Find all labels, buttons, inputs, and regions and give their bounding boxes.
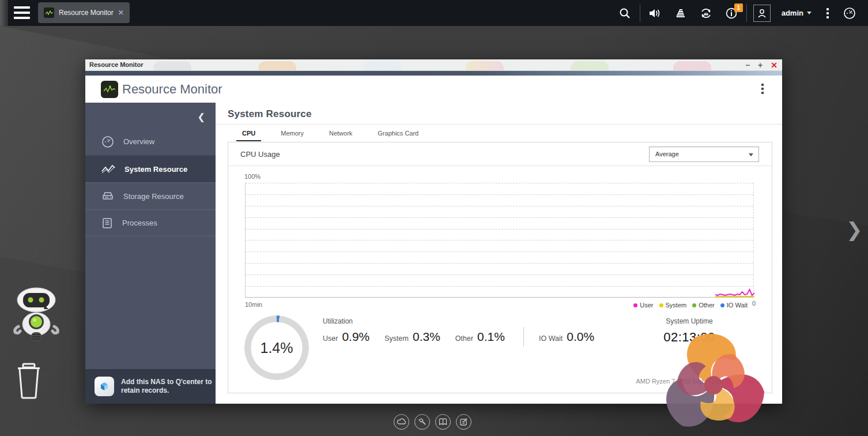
admin-label: admin — [782, 9, 803, 17]
notification-badge: 1 — [734, 3, 743, 12]
window-more-options-icon[interactable] — [761, 84, 764, 94]
tab-memory[interactable]: Memory — [275, 125, 310, 141]
legend-dot-other — [692, 303, 696, 307]
taskbar-edge — [0, 0, 8, 26]
ghost-desktop-icon — [466, 61, 504, 71]
sidebar-item-storage-resource[interactable]: Storage Resource — [85, 182, 216, 209]
qcenter-note: Add this NAS to Q'center to retain recor… — [121, 378, 213, 395]
minimize-button[interactable]: − — [745, 59, 750, 71]
processes-list-icon — [101, 217, 113, 229]
sidebar-collapse-icon[interactable]: ❮ — [198, 111, 205, 122]
stat-io-wait: IO Wait0.0% — [539, 330, 594, 344]
myqnapcloud-icon[interactable] — [394, 414, 409, 430]
main-content: System Resource CPU Memory Network Graph… — [216, 103, 782, 404]
ghost-desktop-icon — [363, 61, 401, 71]
resource-monitor-window: Resource Monitor − + ✕ Resource Monitor … — [85, 59, 782, 404]
window-title: Resource Monitor — [89, 61, 144, 68]
feedback-note-icon[interactable] — [456, 414, 471, 430]
next-desktop-chevron-icon[interactable]: ❯ — [846, 218, 863, 241]
y-axis-top-label: 100% — [244, 173, 261, 180]
taskbar-tab-resource-monitor[interactable]: Resource Monitor ✕ — [38, 2, 130, 23]
sidebar-item-processes[interactable]: Processes — [85, 209, 216, 236]
qcenter-cube-icon — [95, 377, 114, 396]
app-header: Resource Monitor — [85, 76, 782, 103]
taskbar-separator — [640, 5, 640, 22]
sidebar: ❮ Overview System Resource Storage Resou… — [85, 103, 216, 404]
tab-cpu[interactable]: CPU — [236, 125, 261, 141]
storage-disk-icon — [101, 190, 114, 202]
average-dropdown[interactable]: Average — [649, 146, 759, 162]
stat-user: User0.9% — [323, 330, 369, 344]
chevron-down-icon — [807, 12, 812, 14]
sidebar-item-label: Overview — [123, 137, 154, 146]
dropdown-value: Average — [655, 151, 679, 157]
resource-monitor-icon — [44, 7, 54, 18]
cpu-model-label: AMD Ryzen 7 1700 Eight-Core Processor — [636, 378, 753, 385]
legend-item-other: Other — [692, 302, 715, 309]
taskbar-separator — [746, 5, 747, 22]
maximize-button[interactable]: + — [758, 59, 763, 71]
cpu-usage-panel: CPU Usage Average 100% 10min — [228, 142, 772, 393]
cpu-usage-gauge-value: 1.4% — [244, 315, 309, 380]
legend-item-user: User — [633, 302, 653, 309]
legend-dot-system — [659, 303, 663, 307]
y-axis-bottom-label: 0 — [752, 300, 756, 307]
desktop-dock — [394, 414, 471, 430]
more-options-icon[interactable] — [818, 8, 837, 18]
uptime-label: System Uptime — [626, 317, 753, 325]
legend-dot-user — [633, 303, 637, 307]
ghost-desktop-icon — [571, 61, 609, 71]
cpu-usage-chart — [245, 183, 754, 298]
user-avatar[interactable] — [749, 0, 775, 26]
legend-item-system: System — [659, 302, 687, 309]
utilization-label: Utilization — [323, 317, 353, 325]
sidebar-item-label: Processes — [122, 219, 157, 227]
ghost-desktop-icon — [673, 61, 711, 71]
tab-graphics-card[interactable]: Graphics Card — [372, 125, 424, 141]
resource-monitor-app-icon — [101, 81, 118, 98]
ghost-desktop-icon — [258, 61, 296, 71]
uptime-value: 02:13:00 — [626, 330, 753, 345]
utilities-icon[interactable] — [414, 414, 430, 430]
notifications-icon[interactable]: 1 — [719, 0, 744, 26]
tab-bar: CPU Memory Network Graphics Card — [236, 125, 424, 141]
dashboard-icon[interactable] — [837, 0, 862, 26]
tutorial-book-icon[interactable] — [435, 414, 451, 430]
system-uptime: System Uptime 02:13:00 — [626, 317, 753, 345]
stat-divider — [523, 327, 524, 347]
top-taskbar: Resource Monitor ✕ 1 — [0, 0, 868, 26]
window-titlebar[interactable]: Resource Monitor − + ✕ — [85, 59, 782, 71]
tab-close-icon[interactable]: ✕ — [118, 9, 124, 17]
chart-legend: User System Other IO Wait — [633, 302, 748, 309]
qcenter-banner[interactable]: Add this NAS to Q'center to retain recor… — [85, 369, 216, 404]
ghost-desktop-icon — [153, 61, 191, 71]
overview-gauge-icon — [101, 136, 114, 148]
sidebar-item-overview[interactable]: Overview — [85, 128, 216, 155]
legend-item-io-wait: IO Wait — [720, 302, 748, 309]
x-axis-window-label: 10min — [245, 301, 262, 308]
tab-network[interactable]: Network — [323, 125, 358, 141]
system-resource-chart-icon — [101, 163, 115, 175]
external-device-icon[interactable] — [693, 0, 719, 26]
sidebar-item-label: System Resource — [124, 165, 187, 174]
sidebar-item-system-resource[interactable]: System Resource — [85, 155, 216, 182]
app-title: Resource Monitor — [122, 82, 222, 97]
taskbar-tab-label: Resource Monitor — [59, 9, 114, 17]
stat-other: Other0.1% — [455, 330, 505, 344]
panel-title: CPU Usage — [240, 150, 280, 159]
sidebar-item-label: Storage Resource — [123, 192, 184, 201]
main-menu-button[interactable] — [14, 6, 30, 19]
close-button[interactable]: ✕ — [771, 59, 778, 71]
stat-system: System0.3% — [384, 330, 440, 344]
recycle-bin-icon[interactable] — [15, 361, 43, 401]
search-icon[interactable] — [612, 0, 637, 26]
legend-dot-io-wait — [720, 303, 724, 307]
volume-icon[interactable] — [643, 0, 668, 26]
window-accent-strip — [85, 71, 782, 76]
page-title: System Resource — [228, 108, 312, 120]
qboost-robot-shortcut[interactable] — [12, 286, 61, 346]
chevron-down-icon — [749, 153, 753, 156]
utilization-stats: User0.9% System0.3% Other0.1% IO Wait0.0… — [323, 327, 609, 347]
background-tasks-icon[interactable] — [668, 0, 693, 26]
admin-menu[interactable]: admin — [775, 9, 818, 17]
